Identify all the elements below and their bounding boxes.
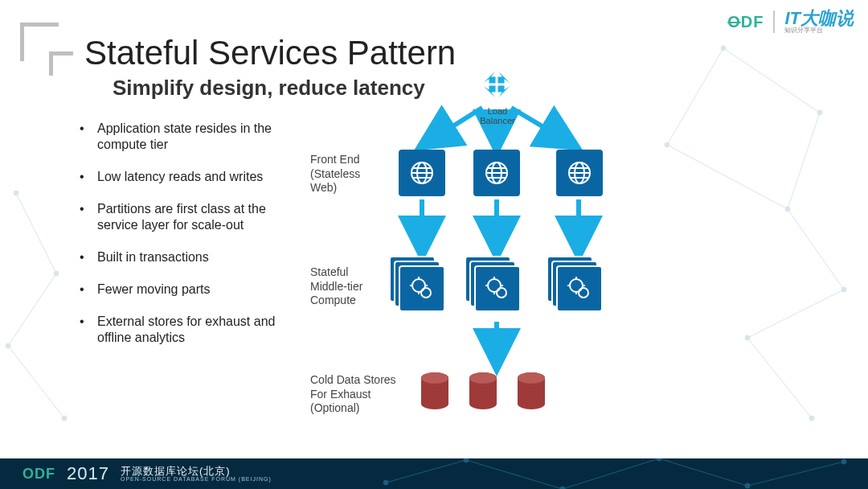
- svg-line-15: [8, 273, 56, 346]
- datastore-cylinder-icon: [468, 372, 498, 410]
- bullet-list: Application state resides in the compute…: [76, 121, 309, 362]
- svg-point-17: [14, 191, 18, 195]
- svg-point-10: [841, 287, 846, 292]
- datastore-cylinder-icon: [420, 372, 450, 410]
- svg-line-1: [788, 113, 820, 209]
- bullet-item: Partitions are first class at the servic…: [76, 201, 309, 233]
- header-logos: OODFDF IT大咖说 知识分享平台: [727, 10, 854, 34]
- svg-line-84: [747, 462, 844, 486]
- svg-line-3: [747, 290, 844, 338]
- frontend-node: [473, 150, 520, 196]
- svg-point-78: [518, 398, 545, 409]
- svg-point-11: [745, 335, 750, 340]
- svg-point-75: [469, 372, 497, 384]
- load-balancer-label: Load Balancer: [474, 106, 521, 125]
- datastore-cylinder-icon: [516, 372, 547, 410]
- svg-point-86: [464, 458, 469, 462]
- svg-point-74: [469, 398, 497, 409]
- svg-point-9: [785, 207, 790, 212]
- frontend-node: [556, 150, 603, 196]
- svg-line-16: [8, 346, 64, 418]
- load-balancer-node: [477, 64, 517, 105]
- svg-point-50: [412, 279, 425, 292]
- slide-corner-mark: [20, 23, 67, 69]
- svg-line-80: [386, 460, 466, 483]
- footer-network-decoration: [370, 458, 868, 489]
- architecture-diagram: Load Balancer Front End (Stateless Web) …: [321, 63, 739, 449]
- footer-year: 2017: [67, 463, 109, 484]
- bullet-item: Low latency reads and writes: [76, 169, 309, 185]
- svg-point-89: [745, 483, 750, 488]
- svg-line-82: [563, 458, 659, 489]
- slide-footer: ODF 2017 开源数据库论坛(北京) OPEN-SOURCE DATABAS…: [0, 458, 868, 489]
- svg-point-71: [421, 372, 448, 384]
- midtier-node: [547, 256, 603, 312]
- midtier-label: Stateful Middle-tier Compute: [310, 265, 362, 308]
- svg-point-8: [817, 110, 822, 115]
- svg-point-63: [579, 288, 588, 298]
- svg-point-79: [518, 372, 545, 384]
- frontend-node: [399, 150, 445, 196]
- svg-point-57: [497, 288, 506, 298]
- logo-itdaka: IT大咖说 知识分享平台: [784, 10, 854, 34]
- svg-point-62: [570, 279, 583, 292]
- footer-logo-odf: ODF: [23, 466, 55, 483]
- footer-title-en: OPEN-SOURCE DATABASE FORUM (BEIJING): [121, 476, 272, 482]
- svg-point-12: [809, 416, 814, 421]
- bullet-item: Application state resides in the compute…: [76, 121, 309, 153]
- svg-point-56: [488, 279, 501, 292]
- bullet-item: External stores for exhaust and offline …: [76, 314, 309, 346]
- svg-point-19: [6, 343, 10, 348]
- frontend-tier-label: Front End (Stateless Web): [310, 153, 360, 195]
- svg-marker-34: [506, 81, 510, 88]
- svg-line-83: [659, 458, 747, 486]
- midtier-node: [389, 256, 445, 312]
- svg-marker-31: [493, 71, 500, 76]
- bullet-item: Fewer moving parts: [76, 281, 309, 298]
- svg-point-51: [421, 288, 431, 298]
- logo-separator: [773, 10, 775, 33]
- svg-marker-32: [493, 93, 500, 98]
- svg-marker-33: [483, 81, 488, 88]
- midtier-node: [465, 256, 521, 312]
- svg-line-2: [788, 209, 844, 290]
- svg-point-18: [54, 271, 59, 276]
- svg-point-90: [841, 459, 846, 464]
- svg-line-4: [747, 338, 812, 418]
- svg-point-20: [62, 416, 67, 421]
- footer-title-cn: 开源数据库论坛(北京): [121, 466, 272, 476]
- svg-point-70: [421, 398, 448, 409]
- logo-odf: OODFDF: [727, 14, 764, 30]
- svg-point-85: [383, 480, 388, 485]
- svg-line-14: [16, 193, 56, 273]
- svg-line-81: [466, 460, 563, 489]
- svg-point-88: [657, 458, 661, 461]
- coldstore-label: Cold Data Stores For Exhaust (Optional): [310, 373, 396, 416]
- bullet-item: Built in transactions: [76, 249, 309, 265]
- svg-point-7: [721, 46, 726, 51]
